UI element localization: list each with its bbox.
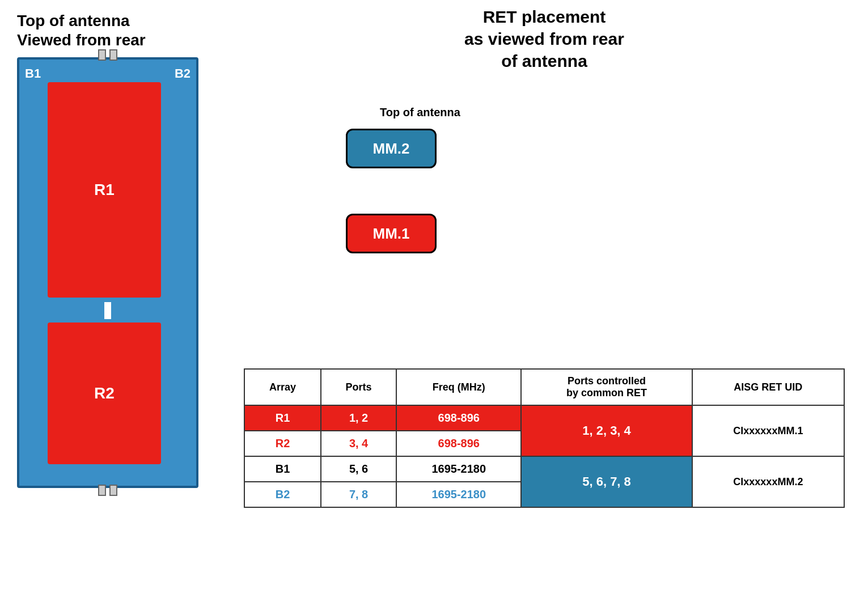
table-header-row: Array Ports Freq (MHz) Ports controlledb… (244, 369, 844, 405)
diagram-title: Top of antenna Viewed from rear (17, 11, 221, 49)
title-line1: Top of antenna (17, 12, 130, 29)
r1-controlled: 1, 2, 3, 4 (521, 405, 692, 456)
block-r1: R1 (48, 82, 161, 298)
r1-freq: 698-896 (396, 405, 521, 431)
connector-pin-right (109, 49, 117, 61)
mm1-label: MM.1 (373, 225, 410, 243)
middle-connector (104, 302, 111, 319)
connector-pin-bottom-left (98, 485, 106, 496)
b2-freq: 1695-2180 (396, 482, 521, 507)
col-header-ports: Ports (321, 369, 396, 405)
table-row-r1: R1 1, 2 698-896 1, 2, 3, 4 CIxxxxxxMM.1 (244, 405, 844, 431)
mm2-box: MM.2 (346, 129, 437, 168)
connector-pin-bottom-right (109, 485, 117, 496)
b2-ports: 7, 8 (321, 482, 396, 507)
connector-pin-left (98, 49, 106, 61)
col-header-freq: Freq (MHz) (396, 369, 521, 405)
b2-array: B2 (244, 482, 321, 507)
ret-title-line2: as viewed from rear (464, 29, 624, 48)
b1-ports: 5, 6 (321, 456, 396, 482)
ret-placement-title: RET placement as viewed from rear of ant… (244, 6, 845, 72)
col-header-controlled: Ports controlledby common RET (521, 369, 692, 405)
r2-freq: 698-896 (396, 431, 521, 456)
label-b2: B2 (175, 66, 190, 81)
label-b1: B1 (25, 66, 41, 81)
table-container: Array Ports Freq (MHz) Ports controlledb… (244, 368, 845, 508)
b1-uid: CIxxxxxxMM.2 (692, 456, 844, 507)
mm2-label: MM.2 (373, 140, 410, 158)
top-connector (96, 49, 119, 61)
right-section: RET placement as viewed from rear of ant… (244, 6, 845, 395)
bottom-connector (96, 485, 119, 496)
r2-ports: 3, 4 (321, 431, 396, 456)
r1-label: R1 (94, 181, 115, 199)
col-header-uid: AISG RET UID (692, 369, 844, 405)
ret-title-line3: of antenna (501, 52, 587, 70)
title-line2: Viewed from rear (17, 31, 146, 49)
r2-label: R2 (94, 384, 115, 402)
col-header-array: Array (244, 369, 321, 405)
mm1-box: MM.1 (346, 214, 437, 253)
antenna-diagram: B1 B2 R1 R2 (17, 57, 198, 488)
antenna-table: Array Ports Freq (MHz) Ports controlledb… (244, 368, 845, 508)
b1-controlled: 5, 6, 7, 8 (521, 456, 692, 507)
top-antenna-label: Top of antenna (380, 106, 460, 119)
b1-freq: 1695-2180 (396, 456, 521, 482)
ret-diagram: Top of antenna MM.2 MM.1 (300, 89, 845, 395)
r2-array: R2 (244, 431, 321, 456)
ret-title-line1: RET placement (483, 7, 606, 26)
r1-uid: CIxxxxxxMM.1 (692, 405, 844, 456)
r1-array: R1 (244, 405, 321, 431)
table-row-b1: B1 5, 6 1695-2180 5, 6, 7, 8 CIxxxxxxMM.… (244, 456, 844, 482)
block-r2: R2 (48, 323, 161, 464)
left-section: Top of antenna Viewed from rear B1 B2 R1… (17, 11, 221, 488)
b1-array: B1 (244, 456, 321, 482)
r1-ports: 1, 2 (321, 405, 396, 431)
